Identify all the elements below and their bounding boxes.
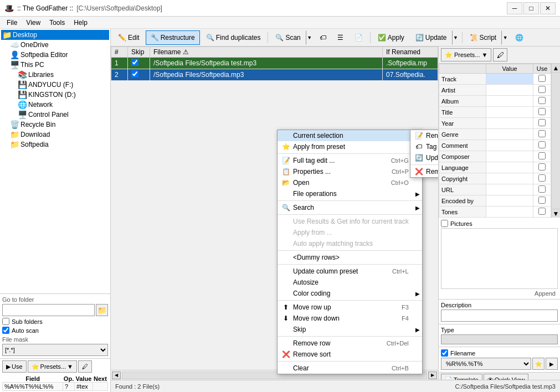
minimize-button[interactable]: ─ [507,2,522,14]
meta-use-title[interactable] [533,107,551,118]
tree-item-recycle-bin[interactable]: 🗑️ Recycle Bin [1,120,109,130]
format-button[interactable]: 📄 [350,30,368,45]
meta-value-comment[interactable] [486,140,533,151]
sub-tag[interactable]: 🏷 Tag Shift+F3 [410,141,438,152]
ctx-update-column-preset[interactable]: Update column preset Ctrl+L [278,266,422,277]
sub-rename[interactable]: 📝 Rename Shift+F2 [410,130,438,141]
sub-remove-tags[interactable]: ❌ Remove tag(s) Shift+F5 [410,166,438,177]
scroll-left-button[interactable]: ◀ [112,372,121,379]
meta-use-tones[interactable] [533,207,551,218]
tree-item-control-panel[interactable]: 🖥️ Control Panel [1,110,109,120]
filename-extra-button[interactable]: ▶ [546,358,558,370]
meta-use-comment[interactable] [533,140,551,151]
ctx-use-results[interactable]: Use Results & Get info for current track [278,216,422,227]
meta-value-title[interactable] [486,107,533,118]
scroll-right-button[interactable]: ▶ [428,372,437,379]
template-button[interactable]: 📄 Template [441,374,482,380]
edit-button[interactable]: ✏️ Edit [113,30,145,45]
ctx-file-operations[interactable]: File operations ▶ [278,188,422,199]
tree-item-network[interactable]: 🌐 Network [1,100,109,110]
tree-item-this-pc[interactable]: 🖥️ This PC [1,60,109,70]
ctx-move-row-down[interactable]: ⬇ Move row down F4 [278,313,422,324]
folder-input[interactable] [2,304,95,316]
presets-button[interactable]: ⭐ Presets... ▼ [28,360,77,373]
menu-tools[interactable]: Tools [45,18,69,28]
meta-use-album[interactable] [533,96,551,107]
sub-update[interactable]: 🔄 Update Shift+F4 [410,152,438,163]
find-duplicates-button[interactable]: 🔍 Find duplicates [201,30,266,45]
meta-value-encoded-by[interactable] [486,195,533,207]
meta-use-track[interactable] [533,74,551,85]
ctx-skip[interactable]: Skip ▶ [278,324,422,335]
meta-value-tones[interactable] [486,207,533,218]
meta-use-copyright[interactable] [533,173,551,184]
ctx-full-tag-edit[interactable]: 📝 Full tag edit ... Ctrl+G [278,155,422,166]
meta-value-artist[interactable] [486,85,533,96]
tree-item-kingston[interactable]: 💾 KINGSTON (D:) [1,90,109,100]
meta-value-album[interactable] [486,96,533,107]
meta-scroll-up-button[interactable]: ▲ [552,64,560,73]
web-button[interactable]: 🌐 [510,30,528,45]
tree-item-download[interactable]: 📁 Download [1,130,109,140]
ctx-color-coding[interactable]: Color coding ▶ [278,288,422,299]
ctx-autosize[interactable]: Autosize [278,277,422,288]
filename-select[interactable]: %R%%.%T% [441,358,531,370]
meta-value-genre[interactable] [486,129,533,140]
pictures-area[interactable] [441,228,558,289]
ctx-current-selection[interactable]: Current selection ▶ [278,130,422,141]
file-mask-select[interactable]: [*.*] [2,344,108,356]
ctx-remove-row[interactable]: Remove row Ctrl+Del [278,338,422,349]
ctx-apply-from[interactable]: Apply from ... [278,227,422,238]
tree-item-libraries[interactable]: 📚 Libraries [1,70,109,80]
meta-value-url[interactable] [486,184,533,195]
tree-item-softpedia[interactable]: 📁 Softpedia [1,140,109,149]
meta-use-encoded-by[interactable] [533,195,551,207]
folder-browse-button[interactable]: 📁 [96,304,108,316]
maximize-button[interactable]: □ [523,2,539,14]
tree-item-andyucu[interactable]: 💾 ANDYUCU (F:) [1,80,109,90]
meta-value-copyright[interactable] [486,173,533,184]
meta-value-year[interactable] [486,118,533,129]
use-button[interactable]: ▶ Use [2,360,27,373]
update-arrow-button[interactable]: ▼ [452,30,460,45]
script-arrow-button[interactable]: ▼ [501,30,509,45]
ctx-search[interactable]: 🔍 Search ▶ [278,202,422,213]
meta-use-year[interactable] [533,118,551,129]
meta-brush-button[interactable]: 🖊 [493,48,507,61]
ctx-clear[interactable]: Clear Ctrl+B [278,363,422,374]
update-button[interactable]: 🔄 Update [410,30,452,45]
table-row[interactable]: 2 /Softpedia Files/Softpedia.mp3 07.Soft… [111,69,438,81]
menu-view[interactable]: View [22,18,45,28]
tree-item-onedrive[interactable]: ☁️ OneDrive [1,40,109,50]
quick-view-button[interactable]: 👁 Quick View [484,374,529,380]
meta-use-genre[interactable] [533,129,551,140]
subfolder-checkbox[interactable] [2,318,9,325]
ctx-remove-sort[interactable]: ❌ Remove sort [278,349,422,360]
menu-help[interactable]: Help [69,18,92,28]
tag-button[interactable]: 🏷 [315,30,331,45]
meta-value-composer[interactable] [486,151,533,162]
ctx-apply-from-preset[interactable]: ⭐ Apply from preset [278,141,422,152]
tree-item-desktop[interactable]: 📁 Desktop [1,30,109,40]
ctx-open[interactable]: 📂 Open Ctrl+O [278,177,422,188]
append-button[interactable]: Append [441,290,558,297]
scan-button[interactable]: 🔍 Scan [270,30,305,45]
table-row[interactable]: 1 /Softpedia Files/Softpedia test.mp3 .S… [111,58,438,69]
close-button[interactable]: ✕ [540,2,556,14]
tree-item-softpedia-editor[interactable]: 👤 Softpedia Editor [1,50,109,60]
filename-star-button[interactable]: ⭐ [532,358,544,370]
autoscan-checkbox[interactable] [2,327,9,334]
meta-presets-button[interactable]: ⭐ Presets... ▼ [441,48,491,61]
columns-button[interactable]: ☰ [332,30,348,45]
meta-use-language[interactable] [533,162,551,173]
description-input[interactable] [441,310,558,322]
meta-scrollbar[interactable]: ▲ ▼ [551,64,560,218]
ctx-move-row-up[interactable]: ⬆ Move row up F3 [278,302,422,313]
filename-checkbox[interactable] [441,349,448,357]
apply-button[interactable]: ✅ Apply [373,30,409,45]
menu-file[interactable]: File [2,18,22,28]
meta-value-language[interactable] [486,162,533,173]
meta-use-url[interactable] [533,184,551,195]
pictures-checkbox[interactable] [441,220,448,227]
meta-scroll-down-button[interactable]: ▼ [552,209,560,218]
